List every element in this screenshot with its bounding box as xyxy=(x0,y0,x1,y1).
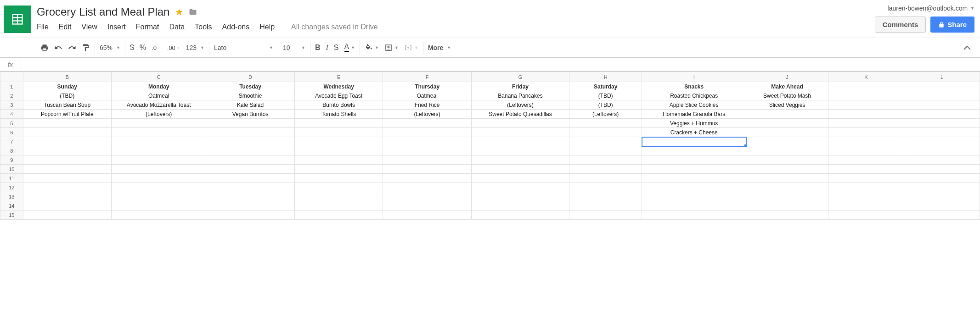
cell[interactable] xyxy=(23,137,112,146)
cell[interactable] xyxy=(383,201,472,210)
cell[interactable]: Saturday xyxy=(569,82,642,91)
paint-format-icon[interactable] xyxy=(82,44,90,52)
cell[interactable] xyxy=(206,201,295,210)
cell[interactable] xyxy=(904,119,980,128)
cell[interactable] xyxy=(569,183,642,192)
menu-help[interactable]: Help xyxy=(259,23,275,31)
row-header[interactable]: 13 xyxy=(0,192,23,201)
cell[interactable] xyxy=(206,165,295,174)
cell[interactable] xyxy=(746,201,828,210)
cell[interactable]: Snacks xyxy=(642,82,746,91)
cell[interactable] xyxy=(23,183,112,192)
cell[interactable] xyxy=(828,110,904,119)
cell[interactable] xyxy=(828,155,904,165)
cell[interactable]: Homemade Granola Bars xyxy=(642,110,746,119)
cell[interactable]: Oatmeal xyxy=(112,91,206,100)
cell[interactable] xyxy=(569,155,642,165)
cell[interactable] xyxy=(828,137,904,146)
number-format-select[interactable]: 123 ▼ xyxy=(186,44,204,51)
cell[interactable] xyxy=(828,119,904,128)
row-header[interactable]: 4 xyxy=(0,110,23,119)
cell[interactable]: Thursday xyxy=(383,82,472,91)
menu-data[interactable]: Data xyxy=(169,23,185,31)
menu-addons[interactable]: Add-ons xyxy=(222,23,250,31)
cell[interactable]: Tomato Shells xyxy=(294,110,383,119)
cell[interactable] xyxy=(904,192,980,201)
cell[interactable] xyxy=(471,183,569,192)
cell[interactable]: Oatmeal xyxy=(383,91,472,100)
menu-edit[interactable]: Edit xyxy=(59,23,72,31)
cell[interactable] xyxy=(294,165,383,174)
cell[interactable]: Popcorn w/Fruit Plate xyxy=(23,110,112,119)
cell[interactable]: Avocado Egg Toast xyxy=(294,91,383,100)
cell[interactable] xyxy=(904,82,980,91)
cell[interactable] xyxy=(569,146,642,155)
col-header[interactable]: E xyxy=(294,72,383,82)
formula-input[interactable] xyxy=(21,58,980,71)
cell[interactable] xyxy=(642,146,746,155)
document-title[interactable]: Grocery List and Meal Plan xyxy=(37,6,169,18)
cell[interactable] xyxy=(112,210,206,220)
strikethrough-button[interactable]: S xyxy=(334,44,339,52)
spreadsheet-grid[interactable]: B C D E F G H I J K L 1 Sunday Monday Tu… xyxy=(0,72,980,220)
cell[interactable] xyxy=(471,174,569,183)
col-header[interactable]: L xyxy=(904,72,980,82)
row-header[interactable]: 2 xyxy=(0,91,23,100)
cell[interactable] xyxy=(294,119,383,128)
font-select[interactable]: Lato ▼ xyxy=(214,44,273,51)
cell[interactable] xyxy=(206,128,295,137)
cell[interactable]: (Leftovers) xyxy=(471,100,569,110)
decrease-decimal-button[interactable]: .0← xyxy=(152,44,162,51)
cell[interactable] xyxy=(569,137,642,146)
cell[interactable] xyxy=(642,192,746,201)
row-header[interactable]: 10 xyxy=(0,165,23,174)
cell[interactable] xyxy=(23,210,112,220)
cell[interactable] xyxy=(569,174,642,183)
cell[interactable] xyxy=(746,146,828,155)
cell[interactable] xyxy=(746,210,828,220)
cell[interactable]: (TBD) xyxy=(569,100,642,110)
redo-icon[interactable] xyxy=(68,44,76,52)
cell[interactable] xyxy=(904,110,980,119)
cell[interactable] xyxy=(23,119,112,128)
cell[interactable] xyxy=(828,128,904,137)
cell[interactable] xyxy=(471,210,569,220)
row-header[interactable]: 9 xyxy=(0,155,23,165)
cell[interactable] xyxy=(112,119,206,128)
cell[interactable] xyxy=(383,128,472,137)
cell[interactable]: Sweet Potato Mash xyxy=(746,91,828,100)
print-icon[interactable] xyxy=(40,44,49,52)
cell[interactable] xyxy=(294,201,383,210)
cell[interactable] xyxy=(471,119,569,128)
cell[interactable] xyxy=(904,183,980,192)
row-header[interactable]: 8 xyxy=(0,146,23,155)
cell[interactable] xyxy=(294,128,383,137)
cell[interactable] xyxy=(569,165,642,174)
cell[interactable] xyxy=(828,91,904,100)
cell[interactable] xyxy=(904,165,980,174)
folder-icon[interactable] xyxy=(189,8,197,16)
cell[interactable] xyxy=(206,192,295,201)
cell[interactable] xyxy=(206,210,295,220)
cell[interactable] xyxy=(828,82,904,91)
cell[interactable] xyxy=(904,146,980,155)
cell[interactable] xyxy=(642,183,746,192)
cell[interactable] xyxy=(112,155,206,165)
cell[interactable] xyxy=(23,155,112,165)
fill-handle[interactable] xyxy=(744,144,746,146)
cell[interactable] xyxy=(569,210,642,220)
font-size-select[interactable]: 10 ▼ xyxy=(283,44,305,51)
cell[interactable] xyxy=(471,128,569,137)
sheets-logo[interactable] xyxy=(4,6,31,33)
italic-button[interactable]: I xyxy=(326,44,328,52)
cell[interactable] xyxy=(383,155,472,165)
row-header[interactable]: 3 xyxy=(0,100,23,110)
more-button[interactable]: More ▼ xyxy=(428,44,451,51)
cell[interactable]: Friday xyxy=(471,82,569,91)
cell[interactable] xyxy=(383,210,472,220)
cell[interactable]: Fried Rice xyxy=(383,100,472,110)
row-header[interactable]: 14 xyxy=(0,201,23,210)
cell[interactable] xyxy=(904,210,980,220)
row-header[interactable]: 7 xyxy=(0,137,23,146)
cell[interactable] xyxy=(294,183,383,192)
